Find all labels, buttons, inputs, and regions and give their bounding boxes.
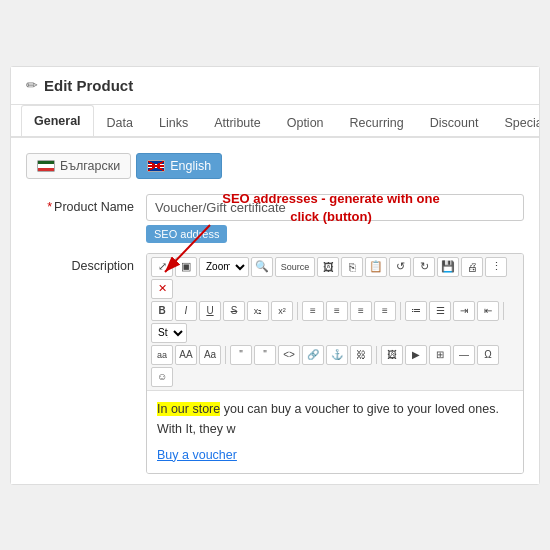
editor-btn-align-right[interactable]: ≡ bbox=[350, 301, 372, 321]
editor-btn-font-upper[interactable]: AA bbox=[175, 345, 197, 365]
editor-btn-italic[interactable]: I bbox=[175, 301, 197, 321]
product-name-input-group: SEO address bbox=[146, 194, 524, 243]
editor-btn-media[interactable]: ▶ bbox=[405, 345, 427, 365]
zoom-select[interactable]: Zoom bbox=[199, 257, 249, 277]
lang-tabs: Български English bbox=[26, 153, 524, 179]
editor-btn-paste-text[interactable]: 📋 bbox=[365, 257, 387, 277]
edit-product-panel: ✏ Edit Product General Data Links Attrib… bbox=[10, 66, 540, 485]
description-label: Description bbox=[26, 253, 146, 273]
editor-btn-box[interactable]: ▣ bbox=[175, 257, 197, 277]
lang-tab-bg[interactable]: Български bbox=[26, 153, 131, 179]
editor-btn-emotion[interactable]: ☺ bbox=[151, 367, 173, 387]
editor-btn-print[interactable]: 🖨 bbox=[461, 257, 483, 277]
style-select[interactable]: Style bbox=[151, 323, 187, 343]
product-name-label: *Product Name bbox=[26, 194, 146, 214]
editor-btn-copy[interactable]: ⎘ bbox=[341, 257, 363, 277]
toolbar-divider-2 bbox=[400, 302, 401, 320]
toolbar-row-2: B I U S x₂ x² ≡ ≡ ≡ ≡ ≔ ☰ ⇥ bbox=[151, 301, 519, 343]
editor-toolbar: ⤢ ▣ Zoom 🔍 Source 🖼 ⎘ 📋 ↺ ↻ 💾 🖨 bbox=[147, 254, 523, 391]
tab-special[interactable]: Special bbox=[491, 107, 539, 138]
toolbar-divider-4 bbox=[225, 346, 226, 364]
editor-btn-indent-more[interactable]: ⇥ bbox=[453, 301, 475, 321]
editor-btn-close[interactable]: ✕ bbox=[151, 279, 173, 299]
flag-bg-icon bbox=[37, 160, 55, 172]
content-area: SEO addresses - generate with one click … bbox=[11, 138, 539, 484]
product-name-row: *Product Name SEO address bbox=[26, 194, 524, 243]
toolbar-row-1: ⤢ ▣ Zoom 🔍 Source 🖼 ⎘ 📋 ↺ ↻ 💾 🖨 bbox=[151, 257, 519, 299]
edit-icon: ✏ bbox=[26, 77, 38, 93]
editor-btn-underline[interactable]: U bbox=[199, 301, 221, 321]
editor-content[interactable]: In our store you can buy a voucher to gi… bbox=[147, 391, 523, 473]
required-star: * bbox=[47, 200, 52, 214]
toolbar-row-3: aa AA Aa " " <> 🔗 ⚓ ⛓ 🖼 ▶ ⊞ bbox=[151, 345, 519, 387]
editor-btn-quote[interactable]: " bbox=[230, 345, 252, 365]
rich-text-editor: ⤢ ▣ Zoom 🔍 Source 🖼 ⎘ 📋 ↺ ↻ 💾 🖨 bbox=[146, 253, 524, 474]
editor-content-line2: Buy a voucher bbox=[157, 445, 513, 465]
tab-general[interactable]: General bbox=[21, 105, 94, 138]
page-header: ✏ Edit Product bbox=[11, 67, 539, 105]
flag-en-icon bbox=[147, 160, 165, 172]
editor-btn-table[interactable]: ⊞ bbox=[429, 345, 451, 365]
buy-voucher-link[interactable]: Buy a voucher bbox=[157, 448, 237, 462]
editor-btn-anchor[interactable]: ⚓ bbox=[326, 345, 348, 365]
page-title: Edit Product bbox=[44, 77, 133, 94]
highlighted-text: In our store bbox=[157, 402, 220, 416]
toolbar-divider-5 bbox=[376, 346, 377, 364]
editor-btn-sub[interactable]: x₂ bbox=[247, 301, 269, 321]
lang-tab-en[interactable]: English bbox=[136, 153, 222, 179]
editor-btn-special-char[interactable]: Ω bbox=[477, 345, 499, 365]
editor-btn-img[interactable]: 🖼 bbox=[317, 257, 339, 277]
tab-discount[interactable]: Discount bbox=[417, 107, 492, 138]
editor-btn-more1[interactable]: ⋮ bbox=[485, 257, 507, 277]
editor-btn-list-ordered[interactable]: ≔ bbox=[405, 301, 427, 321]
tab-attribute[interactable]: Attribute bbox=[201, 107, 274, 138]
editor-btn-align-center[interactable]: ≡ bbox=[326, 301, 348, 321]
description-row: Description ⤢ ▣ Zoom 🔍 Source 🖼 ⎘ bbox=[26, 253, 524, 474]
editor-btn-quote2[interactable]: " bbox=[254, 345, 276, 365]
lang-tab-bg-label: Български bbox=[60, 159, 120, 173]
editor-content-line1: In our store you can buy a voucher to gi… bbox=[157, 399, 513, 439]
editor-btn-hr[interactable]: — bbox=[453, 345, 475, 365]
lang-tab-en-label: English bbox=[170, 159, 211, 173]
editor-btn-code[interactable]: <> bbox=[278, 345, 300, 365]
editor-btn-strike[interactable]: S bbox=[223, 301, 245, 321]
product-name-input[interactable] bbox=[146, 194, 524, 221]
editor-btn-link[interactable]: 🔗 bbox=[302, 345, 324, 365]
editor-btn-zoom-icon[interactable]: 🔍 bbox=[251, 257, 273, 277]
editor-btn-undo[interactable]: ↺ bbox=[389, 257, 411, 277]
tab-option[interactable]: Option bbox=[274, 107, 337, 138]
seo-address-button[interactable]: SEO address bbox=[146, 225, 227, 243]
editor-btn-unlink[interactable]: ⛓ bbox=[350, 345, 372, 365]
editor-btn-font-lower[interactable]: aa bbox=[151, 345, 173, 365]
tab-data[interactable]: Data bbox=[94, 107, 146, 138]
source-btn[interactable]: Source bbox=[275, 257, 315, 277]
editor-btn-save[interactable]: 💾 bbox=[437, 257, 459, 277]
editor-btn-list-unordered[interactable]: ☰ bbox=[429, 301, 451, 321]
editor-btn-font-aa[interactable]: Aa bbox=[199, 345, 221, 365]
editor-btn-indent-less[interactable]: ⇤ bbox=[477, 301, 499, 321]
tabs-bar: General Data Links Attribute Option Recu… bbox=[11, 105, 539, 138]
tab-links[interactable]: Links bbox=[146, 107, 201, 138]
editor-btn-bold[interactable]: B bbox=[151, 301, 173, 321]
editor-btn-sup[interactable]: x² bbox=[271, 301, 293, 321]
tab-recurring[interactable]: Recurring bbox=[337, 107, 417, 138]
toolbar-divider-3 bbox=[503, 302, 504, 320]
editor-btn-align-left[interactable]: ≡ bbox=[302, 301, 324, 321]
toolbar-divider-1 bbox=[297, 302, 298, 320]
editor-btn-resize[interactable]: ⤢ bbox=[151, 257, 173, 277]
editor-btn-align-justify[interactable]: ≡ bbox=[374, 301, 396, 321]
editor-btn-redo[interactable]: ↻ bbox=[413, 257, 435, 277]
editor-btn-img2[interactable]: 🖼 bbox=[381, 345, 403, 365]
